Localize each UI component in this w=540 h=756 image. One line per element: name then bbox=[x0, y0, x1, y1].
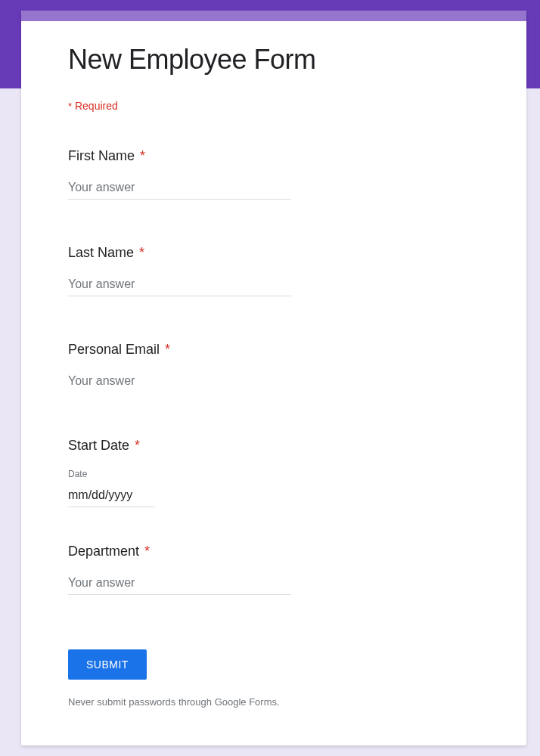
footer-note: Never submit passwords through Google Fo… bbox=[68, 696, 481, 708]
start-date-label: Start Date * bbox=[68, 438, 481, 454]
last-name-input[interactable] bbox=[68, 274, 291, 296]
first-name-input[interactable] bbox=[68, 178, 291, 200]
personal-email-label-text: Personal Email bbox=[68, 342, 160, 357]
field-personal-email: Personal Email * bbox=[68, 342, 481, 392]
field-department: Department * bbox=[68, 544, 481, 595]
last-name-label: Last Name * bbox=[68, 245, 481, 261]
first-name-label-text: First Name bbox=[68, 148, 135, 163]
required-note: * Required bbox=[68, 100, 481, 112]
field-first-name: First Name * bbox=[68, 148, 481, 200]
department-input[interactable] bbox=[68, 573, 291, 595]
form-title: New Employee Form bbox=[68, 44, 481, 76]
start-date-input[interactable] bbox=[68, 485, 155, 507]
department-label: Department * bbox=[68, 544, 481, 559]
department-label-text: Department bbox=[68, 544, 139, 559]
required-star-icon: * bbox=[144, 544, 150, 559]
required-star-icon: * bbox=[140, 148, 145, 163]
submit-button[interactable]: SUBMIT bbox=[68, 649, 147, 680]
required-star-icon: * bbox=[135, 438, 140, 453]
personal-email-label: Personal Email * bbox=[68, 342, 481, 358]
required-star-icon: * bbox=[139, 245, 144, 260]
first-name-label: First Name * bbox=[68, 148, 481, 164]
form-card: New Employee Form * Required First Name … bbox=[21, 11, 526, 745]
start-date-label-text: Start Date bbox=[68, 438, 129, 453]
field-start-date: Start Date * Date bbox=[68, 438, 481, 507]
last-name-label-text: Last Name bbox=[68, 245, 134, 260]
required-asterisk: * bbox=[68, 101, 72, 112]
accent-strip bbox=[21, 11, 526, 21]
start-date-sublabel: Date bbox=[68, 469, 481, 479]
personal-email-input[interactable] bbox=[68, 371, 291, 392]
required-star-icon: * bbox=[165, 342, 170, 357]
field-last-name: Last Name * bbox=[68, 245, 481, 296]
required-text: Required bbox=[75, 100, 118, 112]
